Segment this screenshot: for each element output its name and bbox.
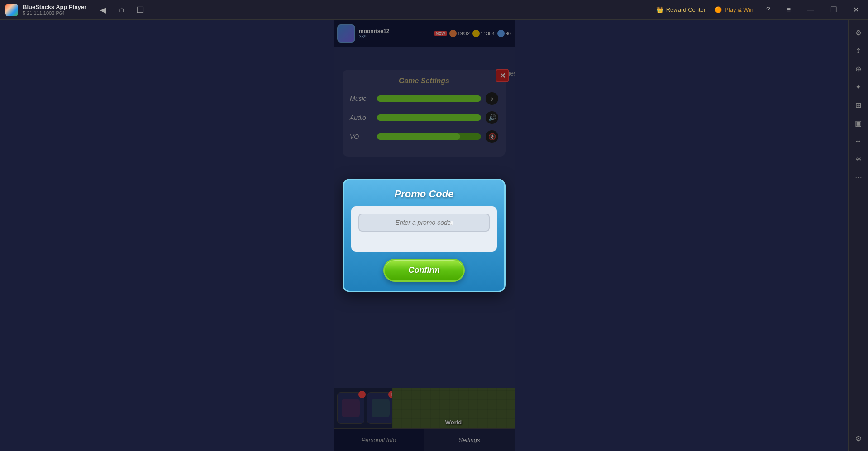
right-sidebar: ⚙ ⇕ ⊕ ✦ ⊞ ▣ ↔ ≋ ⋯ ⚙ [848, 20, 868, 451]
menu-button[interactable]: ≡ [783, 4, 794, 16]
nav-buttons: ◀ ⌂ ❑ [97, 3, 147, 17]
close-button[interactable]: ✕ [849, 4, 863, 16]
sidebar-icon-6[interactable]: ▣ [851, 116, 866, 130]
reward-icon: 👑 [656, 6, 663, 13]
sidebar-icon-settings[interactable]: ⚙ [851, 431, 866, 446]
app-name: BlueStacks App Player [23, 4, 86, 10]
play-win-icon: 🟠 [715, 6, 722, 13]
tabs-button[interactable]: ❑ [134, 3, 147, 17]
promo-code-input[interactable] [358, 214, 490, 232]
promo-overlay: Promo Code Confirm [334, 20, 515, 451]
sidebar-icon-8[interactable]: ≋ [851, 152, 866, 166]
play-win-label: Play & Win [725, 6, 754, 13]
sidebar-icon-5[interactable]: ⊞ [851, 98, 866, 112]
reward-center-button[interactable]: 👑 Reward Center [656, 6, 706, 13]
sidebar-icon-3[interactable]: ⊕ [851, 62, 866, 76]
sidebar-icon-more[interactable]: ⋯ [851, 170, 866, 185]
promo-confirm-button[interactable]: Confirm [383, 259, 465, 282]
promo-dialog: Promo Code Confirm [343, 179, 506, 292]
help-button[interactable]: ? [763, 4, 774, 16]
app-version: 5.21.111.1002 P64 [23, 10, 86, 16]
back-button[interactable]: ◀ [97, 3, 109, 17]
promo-title: Promo Code [344, 180, 504, 206]
sidebar-icon-2[interactable]: ⇕ [851, 43, 866, 58]
bluestacks-logo [5, 4, 18, 16]
home-button[interactable]: ⌂ [116, 3, 127, 16]
title-bar-right: 👑 Reward Center 🟠 Play & Win ? ≡ — ❐ ✕ [656, 4, 863, 16]
promo-input-area [351, 206, 497, 252]
game-area: moonrise12 339 NEW 19/32 11384 90 [0, 20, 848, 451]
sidebar-icon-1[interactable]: ⚙ [851, 25, 866, 40]
sidebar-icon-4[interactable]: ✦ [851, 80, 866, 94]
sidebar-icon-7[interactable]: ↔ [851, 134, 866, 148]
reward-center-label: Reward Center [666, 6, 706, 13]
game-content: moonrise12 339 NEW 19/32 11384 90 [334, 20, 515, 451]
title-bar: BlueStacks App Player 5.21.111.1002 P64 … [0, 0, 868, 20]
minimize-button[interactable]: — [803, 4, 818, 16]
play-win-button[interactable]: 🟠 Play & Win [715, 6, 754, 13]
maximize-button[interactable]: ❐ [827, 4, 840, 16]
app-info: BlueStacks App Player 5.21.111.1002 P64 [23, 4, 86, 16]
